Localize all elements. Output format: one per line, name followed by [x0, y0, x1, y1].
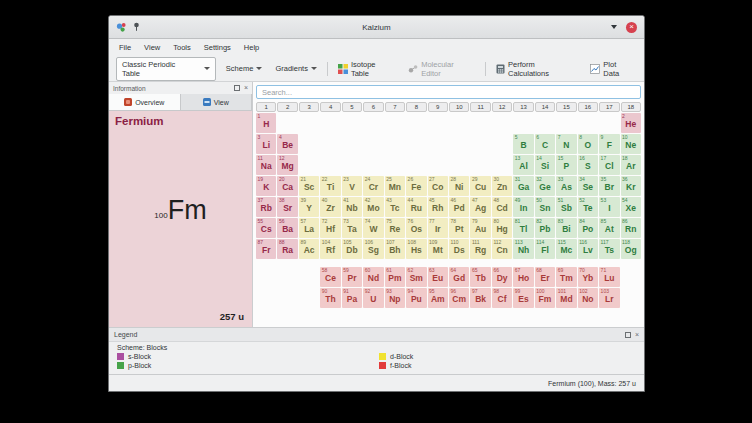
tab-overview[interactable]: Overview: [109, 94, 181, 110]
element-Cr[interactable]: 24Cr: [363, 176, 383, 196]
element-Rn[interactable]: 86Rn: [621, 218, 641, 238]
element-Te[interactable]: 52Te: [578, 197, 598, 217]
element-He[interactable]: 2He: [621, 113, 641, 133]
element-Ds[interactable]: 110Ds: [449, 239, 469, 259]
element-Br[interactable]: 35Br: [599, 176, 619, 196]
element-Hf[interactable]: 72Hf: [320, 218, 340, 238]
element-Ge[interactable]: 32Ge: [535, 176, 555, 196]
element-Ga[interactable]: 31Ga: [513, 176, 533, 196]
element-Bi[interactable]: 83Bi: [556, 218, 576, 238]
element-Ne[interactable]: 10Ne: [621, 134, 641, 154]
element-N[interactable]: 7N: [556, 134, 576, 154]
element-Es[interactable]: 99Es: [513, 288, 533, 308]
element-Sn[interactable]: 50Sn: [535, 197, 555, 217]
element-Cn[interactable]: 112Cn: [492, 239, 512, 259]
element-Gd[interactable]: 64Gd: [449, 267, 469, 287]
menu-item-settings[interactable]: Settings: [198, 41, 237, 54]
element-As[interactable]: 33As: [556, 176, 576, 196]
element-Ac[interactable]: 89Ac: [299, 239, 319, 259]
element-No[interactable]: 102No: [578, 288, 598, 308]
element-Nd[interactable]: 60Nd: [363, 267, 383, 287]
element-Po[interactable]: 84Po: [578, 218, 598, 238]
element-La[interactable]: 57La: [299, 218, 319, 238]
element-Ar[interactable]: 18Ar: [621, 155, 641, 175]
element-Lu[interactable]: 71Lu: [599, 267, 619, 287]
element-At[interactable]: 85At: [599, 218, 619, 238]
element-Nh[interactable]: 113Nh: [513, 239, 533, 259]
element-Rh[interactable]: 45Rh: [428, 197, 448, 217]
menu-item-view[interactable]: View: [138, 41, 166, 54]
element-Fm[interactable]: 100Fm: [535, 288, 555, 308]
close-panel-icon[interactable]: ×: [244, 85, 248, 91]
element-Hg[interactable]: 80Hg: [492, 218, 512, 238]
element-C[interactable]: 6C: [535, 134, 555, 154]
element-K[interactable]: 19K: [256, 176, 276, 196]
element-Ru[interactable]: 44Ru: [406, 197, 426, 217]
element-Na[interactable]: 11Na: [256, 155, 276, 175]
element-U[interactable]: 92U: [363, 288, 383, 308]
element-S[interactable]: 16S: [578, 155, 598, 175]
element-V[interactable]: 23V: [342, 176, 362, 196]
element-Sr[interactable]: 38Sr: [277, 197, 297, 217]
element-Ce[interactable]: 58Ce: [320, 267, 340, 287]
element-Hs[interactable]: 108Hs: [406, 239, 426, 259]
element-Pr[interactable]: 59Pr: [342, 267, 362, 287]
element-Cm[interactable]: 96Cm: [449, 288, 469, 308]
element-Lr[interactable]: 103Lr: [599, 288, 619, 308]
element-Ti[interactable]: 22Ti: [320, 176, 340, 196]
element-Db[interactable]: 105Db: [342, 239, 362, 259]
scheme-button[interactable]: Scheme: [223, 62, 266, 75]
element-Au[interactable]: 79Au: [470, 218, 490, 238]
float-legend-icon[interactable]: [625, 332, 631, 338]
element-Fr[interactable]: 87Fr: [256, 239, 276, 259]
menu-item-help[interactable]: Help: [238, 41, 265, 54]
element-Nb[interactable]: 41Nb: [342, 197, 362, 217]
molecular-editor-button[interactable]: Molecular Editor: [405, 58, 478, 80]
element-Kr[interactable]: 36Kr: [621, 176, 641, 196]
element-Ho[interactable]: 67Ho: [513, 267, 533, 287]
element-Ta[interactable]: 73Ta: [342, 218, 362, 238]
element-Cf[interactable]: 98Cf: [492, 288, 512, 308]
search-input[interactable]: [256, 85, 641, 99]
element-Cu[interactable]: 29Cu: [470, 176, 490, 196]
menu-item-file[interactable]: File: [113, 41, 137, 54]
element-Sc[interactable]: 21Sc: [299, 176, 319, 196]
element-H[interactable]: 1H: [256, 113, 276, 133]
element-Zr[interactable]: 40Zr: [320, 197, 340, 217]
element-Pa[interactable]: 91Pa: [342, 288, 362, 308]
element-P[interactable]: 15P: [556, 155, 576, 175]
element-Og[interactable]: 118Og: [621, 239, 641, 259]
element-Fe[interactable]: 26Fe: [406, 176, 426, 196]
element-Lv[interactable]: 116Lv: [578, 239, 598, 259]
element-Ni[interactable]: 28Ni: [449, 176, 469, 196]
element-Am[interactable]: 95Am: [428, 288, 448, 308]
perform-calculations-button[interactable]: Perform Calculations: [493, 58, 580, 80]
element-Bk[interactable]: 97Bk: [470, 288, 490, 308]
titlebar[interactable]: Kalzium ×: [109, 16, 644, 39]
element-Xe[interactable]: 54Xe: [621, 197, 641, 217]
element-Ra[interactable]: 88Ra: [277, 239, 297, 259]
element-Se[interactable]: 34Se: [578, 176, 598, 196]
chevron-down-icon[interactable]: [611, 25, 617, 29]
element-Sb[interactable]: 51Sb: [556, 197, 576, 217]
element-Li[interactable]: 3Li: [256, 134, 276, 154]
element-Cd[interactable]: 48Cd: [492, 197, 512, 217]
element-Bh[interactable]: 107Bh: [385, 239, 405, 259]
element-Np[interactable]: 93Np: [385, 288, 405, 308]
element-Tb[interactable]: 65Tb: [470, 267, 490, 287]
element-Dy[interactable]: 66Dy: [492, 267, 512, 287]
element-B[interactable]: 5B: [513, 134, 533, 154]
element-Pb[interactable]: 82Pb: [535, 218, 555, 238]
element-Cl[interactable]: 17Cl: [599, 155, 619, 175]
element-Mt[interactable]: 109Mt: [428, 239, 448, 259]
element-Mo[interactable]: 42Mo: [363, 197, 383, 217]
element-Tc[interactable]: 43Tc: [385, 197, 405, 217]
table-type-select[interactable]: Classic Periodic Table: [116, 57, 216, 81]
float-panel-icon[interactable]: [234, 85, 240, 91]
close-button[interactable]: ×: [626, 22, 637, 33]
element-Y[interactable]: 39Y: [299, 197, 319, 217]
pin-icon[interactable]: [132, 22, 141, 32]
element-Si[interactable]: 14Si: [535, 155, 555, 175]
element-Cs[interactable]: 55Cs: [256, 218, 276, 238]
element-Ba[interactable]: 56Ba: [277, 218, 297, 238]
